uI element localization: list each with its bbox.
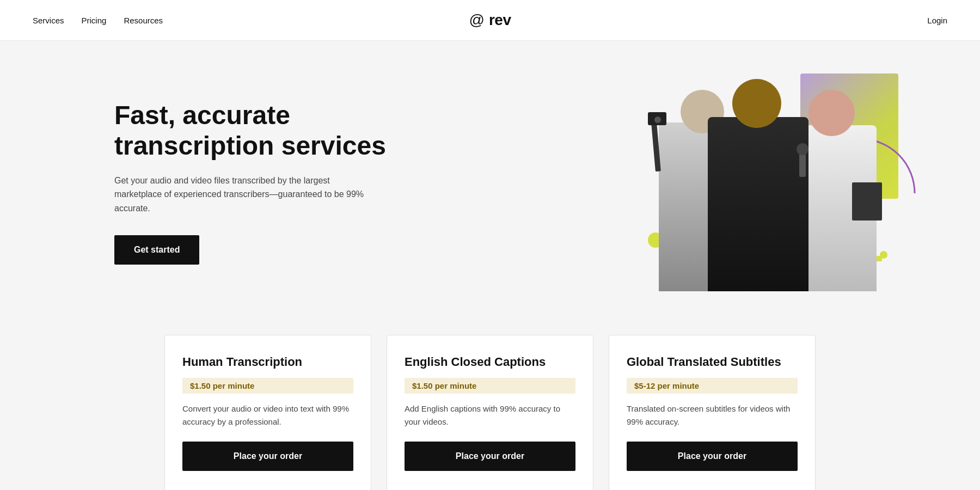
hero-section: Fast, accurate transcription services Ge… (0, 41, 980, 324)
service-order-btn-2[interactable]: Place your order (405, 442, 575, 471)
service-card-captions: English Closed Captions $1.50 per minute… (387, 335, 593, 490)
service-desc-3: Translated on-screen subtitles for video… (627, 402, 798, 428)
service-desc-2: Add English captions with 99% accuracy t… (405, 402, 575, 428)
nav-pricing[interactable]: Pricing (82, 16, 107, 25)
people-illustration (642, 90, 871, 291)
dot-yellow-tiny (877, 256, 882, 261)
login-link[interactable]: Login (927, 16, 947, 25)
service-title-3: Global Translated Subtitles (627, 355, 798, 369)
hero-content: Fast, accurate transcription services Ge… (114, 100, 419, 264)
service-order-btn-1[interactable]: Place your order (182, 442, 353, 471)
hero-cta-button[interactable]: Get started (114, 235, 199, 265)
logo-at-symbol: @ (469, 11, 485, 29)
hero-image (642, 74, 915, 291)
service-price-3: $5-12 per minute (627, 378, 798, 394)
nav-left: Services Pricing Resources (33, 16, 163, 25)
hero-subtitle: Get your audio and video files transcrib… (114, 174, 365, 216)
service-title-2: English Closed Captions (405, 355, 575, 369)
service-card-transcription: Human Transcription $1.50 per minute Con… (164, 335, 371, 490)
services-section: Human Transcription $1.50 per minute Con… (0, 324, 980, 490)
person-center (708, 90, 808, 291)
logo-wordmark: rev (489, 11, 511, 29)
service-title-1: Human Transcription (182, 355, 353, 369)
nav-services[interactable]: Services (33, 16, 64, 25)
service-desc-1: Convert your audio or video into text wi… (182, 402, 353, 428)
service-card-subtitles: Global Translated Subtitles $5-12 per mi… (609, 335, 816, 490)
nav-resources[interactable]: Resources (124, 16, 163, 25)
service-price-2: $1.50 per minute (405, 378, 575, 394)
service-price-1: $1.50 per minute (182, 378, 353, 394)
hero-title: Fast, accurate transcription services (114, 100, 419, 160)
nav-right: Login (927, 16, 947, 25)
navigation: Services Pricing Resources @ rev Login (0, 0, 980, 41)
site-logo[interactable]: @ rev (469, 11, 511, 29)
service-order-btn-3[interactable]: Place your order (627, 442, 798, 471)
